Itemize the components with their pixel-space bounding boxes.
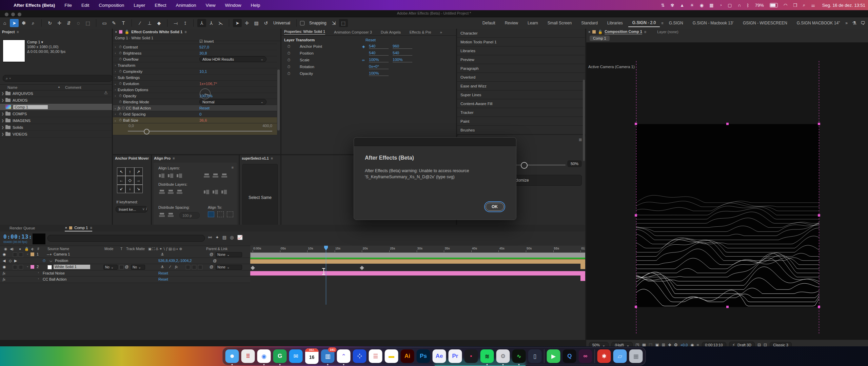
menu-edit[interactable]: Edit	[81, 3, 89, 8]
prev-keyframe-icon[interactable]: ◀	[3, 259, 5, 263]
position-gizmo[interactable]: ✛	[242, 19, 251, 27]
property-value[interactable]: Reset	[199, 106, 210, 110]
track-matte-column[interactable]: Track Matte	[126, 247, 145, 251]
selection-handle[interactable]	[818, 123, 820, 125]
ball-size-slider-knob[interactable]	[144, 129, 150, 135]
dock-reminders[interactable]: ☰	[369, 349, 382, 363]
anchor-switch-icon[interactable]: ⚓	[161, 265, 164, 269]
workspace-learn[interactable]: Learn	[524, 19, 542, 27]
close-icon[interactable]: ×	[588, 30, 590, 34]
keyframe-diamond[interactable]	[251, 266, 255, 270]
anchor-dir-←[interactable]: ←	[117, 176, 125, 184]
align-icon[interactable]	[177, 174, 182, 178]
selection-handle[interactable]	[818, 306, 820, 308]
properties-tab-1[interactable]: Animation Composer 3	[334, 30, 372, 34]
anchor-dir-↖[interactable]: ↖	[117, 167, 125, 176]
beta-flask-icon[interactable]: ⚗	[852, 20, 856, 26]
control-center-icon[interactable]: ⚌	[811, 3, 815, 8]
pickwhip-icon[interactable]: @	[213, 259, 217, 263]
property-value[interactable]: 36,6	[199, 118, 207, 122]
twirl-icon[interactable]: ›	[113, 94, 118, 98]
align-icon[interactable]	[168, 190, 174, 194]
ok-button[interactable]: OK	[486, 203, 504, 211]
video-switch[interactable]	[13, 265, 17, 269]
label-color-swatch[interactable]	[31, 252, 34, 256]
twirl-icon[interactable]: ❯	[0, 133, 5, 136]
properties-tab-0[interactable]: Properties: White Solid 1	[284, 29, 325, 35]
active-camera-label[interactable]: Active Camera (Camera 1)	[588, 65, 635, 69]
solid-label-chip[interactable]	[580, 276, 585, 281]
align-icon[interactable]	[177, 190, 182, 194]
twirl-icon[interactable]: ›	[38, 271, 39, 274]
selection-tool[interactable]: ➤	[10, 19, 19, 27]
align-icon[interactable]	[159, 213, 165, 217]
dock-chrome[interactable]: ◉	[257, 349, 271, 363]
brush-tool[interactable]: ∕	[136, 19, 144, 27]
stopwatch-icon[interactable]: ⏱	[285, 72, 292, 76]
source-name-column[interactable]: Source Name	[47, 247, 69, 251]
dock-g-app[interactable]: G	[273, 349, 287, 363]
properties-tab-3[interactable]: Effects & Pre	[410, 30, 431, 34]
creative-cloud-icon[interactable]: ◉	[700, 3, 704, 8]
composition-mini-flowchart-icon[interactable]: ⚯	[208, 235, 212, 240]
panel-menu-icon[interactable]: ≡	[17, 30, 19, 34]
workspace-libraries[interactable]: Libraries	[603, 19, 627, 27]
motion-blur-icon[interactable]: ◎	[230, 235, 234, 240]
stopwatch-icon[interactable]: ⏱	[285, 44, 292, 49]
arrows-updown-icon[interactable]: ⇅	[661, 3, 665, 8]
panel-tab-super-lines[interactable]: Super Lines	[457, 90, 585, 99]
parent-link-column[interactable]: Parent & Link	[206, 247, 228, 251]
workspace-small-screen[interactable]: Small Screen	[544, 19, 576, 27]
flowchart-icon[interactable]: ⏃	[104, 91, 108, 95]
frame-blending-icon[interactable]: ▤	[222, 235, 226, 240]
close-icon[interactable]: ×	[115, 30, 117, 34]
bluetooth-icon[interactable]: ᛒ	[747, 3, 749, 8]
transform-reset-button[interactable]: Reset	[366, 38, 376, 42]
composition-viewer[interactable]: Active Camera (Camera 1)	[586, 42, 868, 340]
lock-icon[interactable]: 🔓	[598, 30, 603, 34]
panel-tab-motion-tools-panel-1[interactable]: Motion Tools Panel 1	[457, 38, 585, 46]
twirl-icon[interactable]: ›	[113, 76, 118, 79]
panel-menu-icon[interactable]: ≡	[644, 30, 646, 34]
lock-icon[interactable]: 🔓	[124, 30, 129, 34]
switch-box[interactable]	[19, 265, 23, 269]
home-tool[interactable]: ⌂	[0, 19, 9, 27]
align-to-icon-1[interactable]	[217, 211, 224, 217]
scrollbar[interactable]	[277, 69, 280, 130]
dock-trello[interactable]: ▥161	[321, 349, 335, 363]
property-value[interactable]: 1x+106,7°	[199, 82, 217, 86]
solid-layer-bar[interactable]	[250, 271, 585, 276]
video-switch[interactable]	[13, 252, 17, 257]
menu-help[interactable]: Help	[251, 3, 260, 8]
selection-handle[interactable]	[635, 306, 637, 308]
property-value[interactable]: 30,8	[199, 51, 207, 55]
track-matte-dropdown[interactable]: No⌄	[131, 265, 145, 270]
spotlight-icon[interactable]: ⌕	[803, 2, 805, 8]
align-icon[interactable]	[168, 213, 174, 217]
universal-gizmo[interactable]: ➤	[233, 19, 242, 27]
stopwatch-icon[interactable]: ⏱	[118, 57, 123, 61]
timeline-row-position[interactable]: ◀◇▶⏱⌵Position536,8,439,2,-1004,2@	[0, 258, 250, 264]
timeline-row-camera-1[interactable]: ◉⌄1⏤◗Camera 1⚓@None⌄	[0, 251, 250, 258]
chatgpt-icon[interactable]: ✾	[670, 3, 674, 8]
slash-icon[interactable]: ∕	[170, 265, 171, 269]
selection-handle[interactable]	[726, 306, 729, 308]
selection-handle[interactable]	[635, 214, 637, 217]
mode-dropdown[interactable]: No⌄	[103, 265, 118, 270]
switch-box[interactable]	[198, 265, 202, 269]
keyframe-diamond[interactable]	[360, 266, 364, 270]
panel-tab-paragraph[interactable]: Paragraph	[457, 64, 585, 73]
property-value[interactable]: 0	[199, 112, 201, 116]
workspace-review[interactable]: Review	[501, 19, 522, 27]
label-color-swatch[interactable]	[31, 265, 34, 269]
twirl-icon[interactable]: ⌄	[26, 252, 29, 255]
dock-launchpad[interactable]: ⠿	[241, 349, 255, 363]
close-icon[interactable]: ×	[65, 226, 67, 230]
workspace-g-sign-2-0[interactable]: G.SIGN - 2.0	[628, 19, 660, 27]
workspace-g-sign[interactable]: G.SIGN	[665, 19, 687, 27]
render-queue-tab[interactable]: Render Queue	[9, 226, 35, 230]
composition-tab[interactable]: Composition Comp 1	[605, 29, 642, 34]
align-icon[interactable]	[168, 174, 174, 178]
stopwatch-icon[interactable]: ⏱	[285, 51, 292, 56]
stopwatch-icon[interactable]: ⏱	[118, 118, 123, 122]
